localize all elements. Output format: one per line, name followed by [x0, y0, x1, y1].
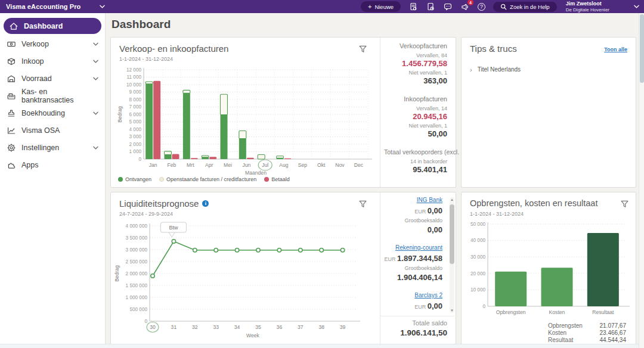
svg-text:12 000: 12 000 — [126, 67, 141, 73]
invoices-card: Verkoop- en inkoopfacturen 1-1-2024 - 31… — [110, 37, 456, 188]
result-card: Opbrengsten, kosten en resultaat 1-1-202… — [461, 192, 636, 344]
total-balance-value: 1.906.141,50 — [400, 328, 447, 337]
sidebar-item-verkoop[interactable]: Verkoop — [0, 35, 105, 52]
new-button[interactable]: + Nieuwe — [361, 1, 401, 12]
svg-text:Jul: Jul — [262, 162, 268, 168]
search-icon — [500, 4, 507, 10]
legend-item[interactable]: Betaald — [264, 176, 290, 182]
filter-icon[interactable] — [359, 200, 367, 207]
chevron-down-icon[interactable] — [634, 5, 639, 8]
scrollbar-thumb[interactable] — [640, 14, 644, 83]
info-icon[interactable]: i — [202, 200, 209, 207]
invoices-card-title: Verkoop- en inkoopfacturen — [119, 44, 228, 54]
user-menu[interactable]: Jim Zwetsloot De Digitale Hovenier — [566, 1, 609, 13]
sidebar-item-inkoop[interactable]: Inkoop — [0, 52, 105, 70]
bank-account-link[interactable]: Rekening-courant — [380, 244, 442, 251]
filter-icon[interactable] — [621, 200, 628, 207]
document-status-icon[interactable] — [408, 2, 418, 11]
horizontal-scrollbar[interactable] — [0, 344, 639, 348]
result-card-daterange: 1-1-2024 - 31-12-2024 — [470, 211, 524, 217]
svg-text:0: 0 — [138, 157, 141, 162]
stat-value: 1.456.779,58 — [384, 59, 447, 68]
sidebar-item-apps[interactable]: Apps — [0, 156, 105, 173]
bank-account-link[interactable]: Barclays 2 — [380, 291, 442, 299]
stat-section: VerkoopfacturenVervallen, 841.456.779,58… — [384, 42, 447, 85]
help-search-button[interactable]: Zoek in de Help — [493, 2, 557, 12]
svg-text:35: 35 — [255, 324, 261, 330]
legend-item[interactable]: Ontvangen — [118, 176, 151, 182]
ledger-amount: 0,00 — [380, 225, 442, 234]
tip-item-label: Titel Nederlands — [478, 66, 521, 73]
svg-text:4 000: 4 000 — [129, 127, 142, 132]
svg-text:32: 32 — [192, 324, 198, 330]
svg-text:34: 34 — [234, 324, 240, 330]
svg-text:Bedrag: Bedrag — [114, 265, 120, 282]
svg-text:Bedrag: Bedrag — [117, 106, 123, 123]
svg-text:4 000 000: 4 000 000 — [126, 223, 148, 229]
result-row-value: 23.466,67 — [600, 330, 627, 337]
filter-icon[interactable] — [359, 45, 367, 52]
accounts-scrollbar[interactable]: ▲ ▼ — [450, 197, 454, 313]
app-brand[interactable]: Visma eAccounting Pro — [6, 3, 80, 10]
result-row-label: Kosten — [548, 330, 566, 337]
svg-text:7 000: 7 000 — [129, 104, 142, 110]
result-chart[interactable]: 010 00020 00030 00040 00050 000Opbrengst… — [465, 219, 632, 326]
scroll-up-icon[interactable]: ▲ — [450, 197, 454, 202]
invoices-card-daterange: 1-1-2024 - 31-12-2024 — [119, 56, 173, 62]
chart-up-icon — [7, 126, 16, 135]
show-all-link[interactable]: Toon alle — [604, 46, 627, 52]
sidebar-item-voorraad[interactable]: Voorraad — [0, 70, 105, 87]
liquidity-card-title: Liquiditeitsprognose — [119, 198, 199, 209]
help-icon[interactable]: ? — [478, 3, 485, 11]
result-row-value: 44.544,34 — [600, 337, 627, 344]
liquidity-chart[interactable]: 0500 0001 000 0001 500 0002 000 0002 500… — [114, 219, 377, 343]
svg-text:Nov: Nov — [335, 162, 345, 168]
sidebar-item-label: Kas- en banktransacties — [21, 88, 98, 104]
svg-text:39: 39 — [340, 324, 346, 330]
chevron-down-icon — [93, 146, 98, 150]
sidebar-item-visma-osa[interactable]: Visma OSA — [0, 122, 105, 139]
sidebar-item-kas-en-banktransacties[interactable]: Kas- en banktransacties — [0, 87, 105, 104]
document-clock-icon[interactable] — [426, 2, 435, 11]
page-title: Dashboard — [112, 18, 171, 31]
svg-text:Mrt: Mrt — [187, 162, 194, 168]
svg-text:Jan: Jan — [149, 162, 157, 168]
svg-text:20 000: 20 000 — [470, 271, 485, 276]
svg-text:2 500 000: 2 500 000 — [126, 259, 148, 265]
page-scrollbar[interactable] — [639, 13, 644, 348]
stat-label: Niet vervallen, 1 — [384, 123, 447, 129]
svg-text:10 000: 10 000 — [126, 82, 141, 88]
sidebar-item-label: Voorraad — [21, 74, 52, 83]
scroll-down-icon[interactable]: ▼ — [450, 308, 454, 313]
svg-text:0: 0 — [144, 319, 147, 324]
scrollbar-thumb[interactable] — [450, 204, 454, 264]
cash-register-icon — [7, 91, 16, 101]
stat-value: 95.401,41 — [384, 165, 447, 174]
chevron-down-icon[interactable] — [100, 5, 105, 8]
svg-text:8 000: 8 000 — [129, 97, 142, 102]
chat-icon[interactable] — [443, 2, 453, 11]
bank-amount: EUR 1.897.344,58 — [380, 254, 442, 264]
legend-item[interactable]: Openstaande facturen / creditfacturen — [159, 176, 256, 182]
bank-account: Barclays 2EUR 0,00Grootboeksaldo — [380, 291, 442, 313]
total-balance: Totale saldo 1.906.141,50 — [400, 319, 447, 337]
result-table: Opbrengsten21.077,67Kosten23.466,67Resul… — [548, 322, 626, 344]
announcements-icon[interactable]: 4 — [460, 2, 470, 11]
ledger-amount: 1.904.406,14 — [380, 273, 442, 282]
sidebar-item-label: Inkoop — [21, 57, 44, 66]
box-icon — [7, 57, 16, 66]
home-icon — [9, 21, 18, 31]
svg-text:Jun: Jun — [242, 162, 250, 168]
sidebar-item-dashboard[interactable]: Dashboard — [4, 18, 101, 34]
sidebar-item-instellingen[interactable]: Instellingen — [0, 139, 105, 156]
bank-account-link[interactable]: ING Bank — [380, 196, 442, 204]
stat-label: Vervallen, 14 — [384, 105, 447, 111]
bank-accounts-list: ING BankEUR 0,00Grootboeksaldo0,00Rekeni… — [380, 196, 448, 313]
invoices-chart[interactable]: 01 0002 0003 0004 0005 0006 0007 0008 00… — [114, 65, 377, 178]
tip-item[interactable]: ›Titel Nederlands — [470, 64, 630, 75]
svg-text:2 000 000: 2 000 000 — [126, 271, 148, 276]
gear-icon — [7, 143, 16, 153]
stat-section-title: Inkoopfacturen — [384, 95, 447, 102]
sidebar-item-boekhouding[interactable]: Boekhouding — [0, 104, 105, 122]
svg-text:11 000: 11 000 — [127, 74, 142, 80]
